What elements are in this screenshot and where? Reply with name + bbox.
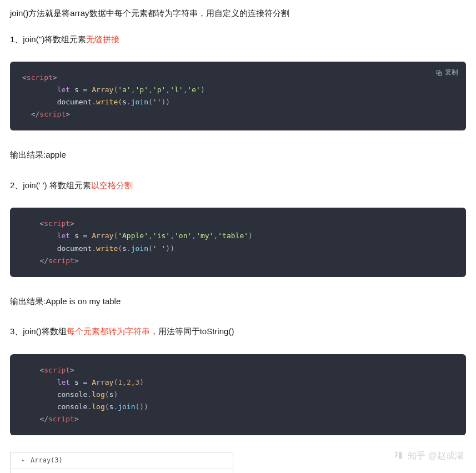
section2-heading: 2、join(' ') 将数组元素以空格分割	[10, 178, 466, 194]
zhihu-icon	[392, 450, 404, 462]
section3-prefix: 3、join()将数组	[10, 326, 67, 336]
section3-heading: 3、join()将数组每个元素都转为字符串，用法等同于toString()	[10, 324, 466, 340]
section3-suffix: ，用法等同于toString()	[150, 326, 234, 336]
section1-heading: 1、join('')将数组元素无缝拼接	[10, 32, 466, 48]
code-1-content: <script> let s = Array('a','p','p','l','…	[22, 72, 454, 120]
copy-label: 复制	[445, 67, 458, 78]
section2-highlight: 以空格分割	[91, 180, 133, 190]
copy-button[interactable]: 复制	[435, 67, 458, 78]
console-output: Array(3) 1,2,3	[10, 452, 233, 473]
section2-prefix: 2、join(' ') 将数组元素	[10, 180, 91, 190]
code-3-content: <script> let s = Array(1,2,3) console.lo…	[22, 364, 454, 425]
section3-highlight: 每个元素都转为字符串	[67, 326, 150, 336]
section1-result: 输出结果:apple	[10, 147, 466, 163]
console-line-2: 1,2,3	[11, 469, 233, 473]
code-2-content: <script> let s = Array('Apple','is','on'…	[22, 218, 454, 266]
intro-text: join()方法就是将array数据中每个元素都转为字符串，用自定义的连接符分割	[10, 6, 466, 22]
section2-result: 输出结果:Apple is on my table	[10, 294, 466, 310]
code-block-2: <script> let s = Array('Apple','is','on'…	[10, 208, 466, 276]
section1-highlight: 无缝拼接	[86, 34, 119, 44]
section1-prefix: 1、join('')将数组元素	[10, 34, 86, 44]
watermark: 知乎 @赵成瀔	[392, 447, 464, 464]
code-block-1: 复制 <script> let s = Array('a','p','p','l…	[10, 62, 466, 130]
copy-icon	[435, 69, 443, 77]
code-block-3: <script> let s = Array(1,2,3) console.lo…	[10, 354, 466, 435]
watermark-text: 知乎 @赵成瀔	[408, 447, 464, 464]
console-line-1: Array(3)	[11, 452, 233, 469]
